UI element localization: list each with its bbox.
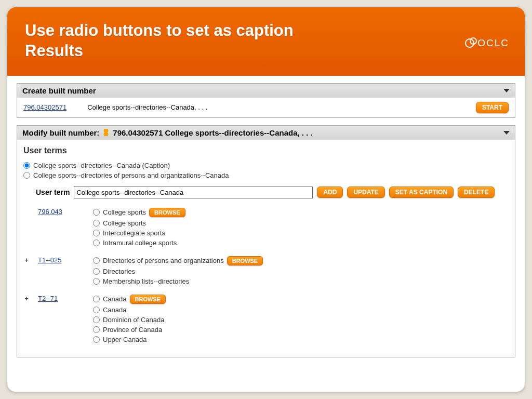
term-option-label: Directories xyxy=(103,268,135,275)
user-terms-title: User terms xyxy=(23,146,509,155)
term-option-label: Upper Canada xyxy=(103,336,147,343)
delete-button[interactable]: DELETE xyxy=(458,187,495,198)
user-term-input[interactable] xyxy=(74,187,313,198)
built-number-description: College sports--directories--Canada, . .… xyxy=(87,103,207,111)
user-term-radio-alt[interactable] xyxy=(23,172,30,179)
term-option-radio[interactable] xyxy=(93,326,100,333)
term-option-label: Canada xyxy=(103,295,127,303)
expand-plus-icon[interactable]: + xyxy=(23,295,30,302)
content-area: Create built number 796.04302571 College… xyxy=(7,76,525,357)
term-option-radio[interactable] xyxy=(93,257,100,264)
chevron-down-icon xyxy=(503,89,510,92)
term-option-radio[interactable] xyxy=(93,230,100,236)
start-button[interactable]: START xyxy=(476,102,509,113)
term-option-radio[interactable] xyxy=(93,278,100,285)
term-block: +T1--025Directories of persons and organ… xyxy=(23,256,509,285)
term-option-radio[interactable] xyxy=(93,268,100,275)
create-panel: Create built number 796.04302571 College… xyxy=(17,83,515,118)
term-option-radio[interactable] xyxy=(93,336,100,343)
term-option-list: CanadaBROWSECanadaDominion of CanadaProv… xyxy=(93,295,166,343)
term-option-radio[interactable] xyxy=(93,316,100,323)
term-option-radio[interactable] xyxy=(93,307,100,313)
term-option-radio[interactable] xyxy=(93,240,100,246)
term-option-label: Province of Canada xyxy=(103,326,162,334)
chevron-down-icon xyxy=(503,131,510,135)
term-option-label: Canada xyxy=(103,306,127,314)
page-title: Use radio buttons to set as caption Resu… xyxy=(25,21,507,61)
modify-panel: Modify built number: 796.04302571 Colleg… xyxy=(17,125,515,357)
modify-panel-header[interactable]: Modify built number: 796.04302571 Colleg… xyxy=(17,126,515,140)
term-option-radio[interactable] xyxy=(93,220,100,227)
set-as-caption-button[interactable]: SET AS CAPTION xyxy=(389,187,454,198)
term-code-link[interactable]: 796.043 xyxy=(38,208,62,216)
term-option-label: Dominion of Canada xyxy=(103,316,165,324)
brand-logo: OCLC xyxy=(465,37,509,49)
update-button[interactable]: UPDATE xyxy=(347,187,384,198)
term-option-list: College sportsBROWSECollege sportsInterc… xyxy=(93,208,185,247)
expand-plus-icon[interactable]: + xyxy=(23,256,30,264)
term-option-label: College sports xyxy=(103,208,146,216)
radio-alt-label: College sports--directories of persons a… xyxy=(33,171,229,179)
term-option-label: Directories of persons and organizations xyxy=(103,257,224,264)
term-option-label: Intramural college sports xyxy=(103,239,177,247)
term-code-link[interactable]: T1--025 xyxy=(38,256,62,264)
term-block: 796.043College sportsBROWSECollege sport… xyxy=(23,208,509,247)
term-block: +T2--71CanadaBROWSECanadaDominion of Can… xyxy=(23,295,509,343)
built-number-link[interactable]: 796.04302571 xyxy=(23,103,66,111)
term-option-radio[interactable] xyxy=(93,296,100,302)
term-option-radio[interactable] xyxy=(93,209,100,216)
create-panel-header[interactable]: Create built number xyxy=(17,84,515,98)
radio-caption-label: College sports--directories--Canada (Cap… xyxy=(33,162,170,169)
browse-button[interactable]: BROWSE xyxy=(130,295,166,304)
term-option-label: Intercollegiate sports xyxy=(103,229,165,237)
user-term-radio-caption[interactable] xyxy=(23,162,30,169)
browse-button[interactable]: BROWSE xyxy=(227,256,263,265)
term-option-label: College sports xyxy=(103,219,146,227)
term-code-link[interactable]: T2--71 xyxy=(38,295,58,302)
slide-frame: Use radio buttons to set as caption Resu… xyxy=(7,7,525,392)
add-button[interactable]: ADD xyxy=(317,187,343,198)
term-option-list: Directories of persons and organizations… xyxy=(93,256,263,285)
modify-marker-icon xyxy=(103,129,109,136)
banner: Use radio buttons to set as caption Resu… xyxy=(7,7,525,76)
browse-button[interactable]: BROWSE xyxy=(149,208,185,217)
term-option-label: Membership lists--directories xyxy=(103,277,189,285)
oclc-mark-icon xyxy=(465,38,474,48)
user-term-label: User term xyxy=(36,188,70,196)
